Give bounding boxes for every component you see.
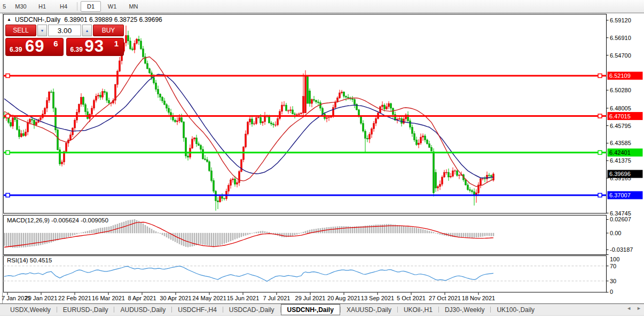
rsi-axis-label: 70: [610, 263, 616, 269]
line-handle[interactable]: [598, 114, 602, 118]
macd-axis-label: 0.00: [610, 230, 621, 236]
rsi-axis-label: 100: [610, 256, 619, 262]
tab-scroll-right-icon[interactable]: ►: [637, 306, 641, 311]
chart-title: ▲ USDCNH-,Daily 6.38901 6.39889 6.38725 …: [7, 16, 162, 23]
price-axis-label: 6.54700: [610, 52, 631, 59]
collapse-panel-arrow-icon[interactable]: ▲: [7, 18, 11, 22]
price-axis-label: 6.41375: [610, 157, 631, 164]
toolbar-separator: [77, 2, 77, 11]
line-handle[interactable]: [6, 74, 10, 77]
price-axis-label: 6.34745: [610, 210, 631, 217]
volume-decrease-button[interactable]: ▼: [37, 25, 47, 36]
timeframe-toolbar: 5M30H1H4D1W1MN: [0, 0, 644, 13]
line-handle[interactable]: [598, 74, 602, 77]
date-axis-label: 8 Apr 2021: [128, 295, 156, 301]
svg-text:6.42401: 6.42401: [609, 149, 631, 156]
timeframe-button-mn[interactable]: MN: [123, 1, 144, 12]
svg-text:6.37007: 6.37007: [609, 192, 631, 198]
rsi-axis-label: 30: [610, 278, 616, 284]
buy-price-pip: 1: [114, 39, 119, 48]
date-axis-label: 22 Feb 2021: [58, 295, 91, 301]
volume-input[interactable]: 3.00: [48, 25, 81, 36]
sell-price-prefix: 6.39: [10, 46, 22, 53]
timeframe-button-w1[interactable]: W1: [102, 1, 122, 12]
line-handle[interactable]: [6, 150, 10, 154]
timeframe-button-h4[interactable]: H4: [53, 1, 74, 12]
price-axis-label: 6.48005: [610, 105, 631, 111]
ohlc-values: 6.38901 6.39889 6.38725 6.39696: [64, 16, 162, 23]
sell-button[interactable]: SELL: [5, 25, 36, 36]
sell-quote-button[interactable]: 6.39 69 6: [5, 38, 64, 56]
trading-platform-window: 5M30H1H4D1W1MN 6.591206.569106.547006.50…: [0, 0, 644, 320]
buy-price-prefix: 6.39: [70, 46, 83, 53]
date-axis-label: 29 Jan 2021: [25, 295, 58, 301]
line-handle[interactable]: [598, 193, 602, 197]
date-axis-label: 16 Mar 2021: [92, 295, 125, 301]
buy-price-big: 93: [85, 37, 104, 56]
date-axis-label: 27 Oct 2021: [429, 295, 461, 301]
svg-text:6.39696: 6.39696: [609, 171, 631, 177]
price-axis-label: 6.56910: [610, 35, 631, 41]
tab-ukoil-h1[interactable]: UKOil-,H1: [398, 304, 438, 315]
tab-uk100-daily[interactable]: UK100-,Daily: [491, 304, 540, 315]
price-badge-6.52109: 6.52109: [608, 71, 643, 79]
tab-scroll-left-icon[interactable]: ◄: [626, 306, 631, 311]
macd-axis-label: 0.02607: [610, 216, 631, 222]
tab-xauusd-daily[interactable]: XAUUSD-,Daily: [341, 304, 397, 315]
macd-indicator-label: MACD(12,26,9) -0.005624 -0.009050: [7, 217, 108, 223]
timeframe-button-d1[interactable]: D1: [81, 1, 101, 12]
timeframe-button-m30[interactable]: M30: [11, 1, 31, 12]
rsi-axis-label: 0: [610, 289, 613, 295]
price-badge-6.42401: 6.42401: [608, 148, 643, 156]
price-axis-label: 6.45795: [610, 123, 631, 129]
one-click-trade-panel: SELL ▼ 3.00 ▲ BUY 6.39 69 6 6.39 93 1: [5, 25, 124, 56]
line-handle[interactable]: [6, 114, 10, 118]
svg-text:6.47015: 6.47015: [609, 113, 631, 119]
tab-audusd-daily[interactable]: AUDUSD-,Daily: [114, 304, 171, 315]
date-axis-label: 15 Jun 2021: [227, 295, 260, 301]
price-axis-label: 6.50280: [610, 87, 631, 93]
date-axis-label: 30 Apr 2021: [160, 295, 191, 301]
rsi-indicator-label: RSI(14) 50.4515: [7, 257, 52, 263]
date-axis: 7 Jan 202129 Jan 202122 Feb 202116 Mar 2…: [2, 293, 495, 302]
tab-usdchf-h4[interactable]: USDCHF-,H4: [172, 304, 223, 315]
timeframe-button-5[interactable]: 5: [1, 1, 10, 12]
tab-usdcnh-daily[interactable]: USDCNH-,Daily: [281, 304, 340, 315]
status-strip: [0, 315, 644, 320]
buy-quote-button[interactable]: 6.39 93 1: [66, 38, 124, 56]
symbol-title: USDCNH-,Daily: [15, 16, 60, 23]
spin-up-icon: ▲: [85, 29, 89, 33]
macd-axis-label: -0.03187: [610, 246, 633, 253]
tab-eurusd-daily[interactable]: EURUSD-,Daily: [57, 304, 114, 315]
date-axis-label: 24 May 2021: [192, 295, 226, 301]
symbol-tab-bar: USDX,WeeklyEURUSD-,DailyAUDUSD-,DailyUSD…: [0, 303, 644, 315]
tab-dj30-weekly[interactable]: DJ30-,Weekly: [439, 304, 490, 315]
line-handle[interactable]: [6, 193, 10, 197]
date-axis-label: 13 Sep 2021: [361, 295, 394, 301]
price-axis-label: 6.43585: [610, 140, 631, 146]
date-axis-label: 29 Jul 2021: [295, 295, 326, 301]
buy-button[interactable]: BUY: [93, 25, 124, 36]
date-axis-label: 5 Oct 2021: [397, 295, 426, 301]
svg-text:6.52109: 6.52109: [609, 73, 631, 79]
price-badge-6.37007: 6.37007: [608, 191, 643, 199]
sell-price-big: 69: [25, 37, 44, 56]
date-axis-label: 18 Nov 2021: [462, 295, 495, 301]
timeframe-button-h1[interactable]: H1: [32, 1, 52, 12]
tab-usdcad-daily[interactable]: USDCAD-,Daily: [223, 304, 280, 315]
price-badge-6.47015: 6.47015: [608, 112, 643, 120]
line-handle[interactable]: [598, 150, 602, 154]
date-axis-label: 7 Jul 2021: [263, 295, 290, 301]
spin-down-icon: ▼: [41, 29, 44, 33]
volume-increase-button[interactable]: ▲: [82, 25, 92, 36]
price-axis-label: 6.59120: [610, 17, 631, 23]
sell-price-pip: 6: [53, 39, 58, 48]
tab-usdx-weekly[interactable]: USDX,Weekly: [4, 304, 57, 315]
date-axis-label: 20 Aug 2021: [327, 295, 360, 301]
price-badge-6.39696: 6.39696: [608, 170, 643, 178]
